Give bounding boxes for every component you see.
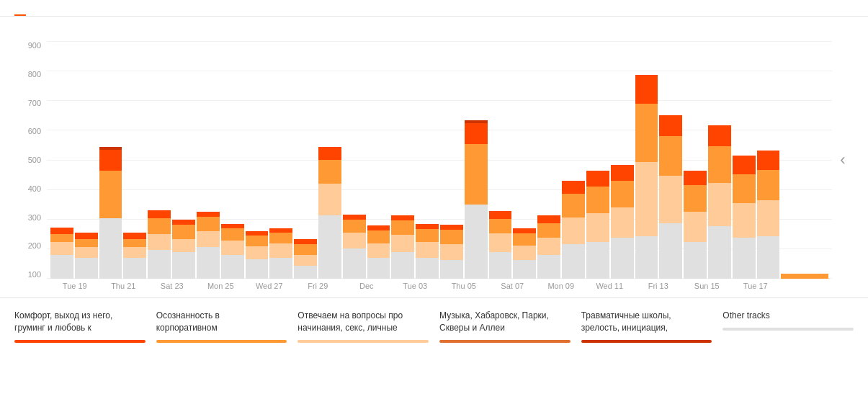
bar-segment <box>635 162 658 236</box>
bar-segment <box>611 165 634 181</box>
bar-group-6 <box>343 215 390 279</box>
bar-segment <box>611 207 634 238</box>
nav-prev[interactable]: ‹ <box>832 41 854 279</box>
bar-segment <box>148 250 171 279</box>
bar-stack[interactable] <box>465 120 488 279</box>
legend-item-4: Музыка, Хабаровск, Парки,Скверы и Аллеи <box>439 310 581 343</box>
bar-segment <box>221 255 244 279</box>
x-label-1: Thu 21 <box>99 282 148 290</box>
bar-segment <box>246 236 269 246</box>
bar-segment <box>367 230 390 243</box>
bar-stack[interactable] <box>757 151 780 279</box>
y-axis: 900 800 700 600 500 400 300 200 100 <box>14 41 47 279</box>
bar-stack[interactable] <box>75 233 98 279</box>
bar-segment <box>343 215 366 220</box>
bar-stack[interactable] <box>733 156 756 279</box>
bar-segment <box>99 171 122 218</box>
bar-stack[interactable] <box>123 233 146 279</box>
bar-stack[interactable] <box>489 211 512 279</box>
prev-arrow[interactable]: ‹ <box>840 151 845 169</box>
bar-stack[interactable] <box>318 147 341 279</box>
tabs-container <box>0 0 868 17</box>
x-label-8: Thu 05 <box>439 282 488 290</box>
tab-bar <box>0 0 868 17</box>
bar-segment <box>367 225 390 230</box>
y-label-200: 200 <box>28 241 41 250</box>
bar-segment <box>513 246 536 260</box>
tab-comments[interactable] <box>66 0 78 16</box>
bar-segment <box>416 242 439 258</box>
bar-segment <box>684 185 707 212</box>
bar-segment <box>75 247 98 258</box>
bar-stack[interactable] <box>294 239 317 279</box>
bar-stack[interactable] <box>343 215 366 279</box>
bar-stack[interactable] <box>708 125 731 279</box>
bar-stack[interactable] <box>391 215 414 279</box>
bar-segment <box>246 259 269 279</box>
tab-plays[interactable] <box>14 0 26 16</box>
legend-bar-3 <box>297 340 429 343</box>
bar-stack[interactable] <box>246 231 269 279</box>
bar-stack[interactable] <box>537 215 560 279</box>
bar-stack[interactable] <box>148 210 171 279</box>
bar-segment <box>635 75 658 104</box>
tab-reposts[interactable] <box>49 0 61 16</box>
bar-stack[interactable] <box>50 228 73 279</box>
legend-bar-2 <box>156 340 287 343</box>
bar-stack[interactable] <box>416 224 439 279</box>
bar-segment <box>269 233 292 243</box>
bar-group-14 <box>733 151 780 279</box>
tab-likes[interactable] <box>32 0 43 16</box>
legend-title-3: Отвечаем на вопросы проначинания, секс, … <box>297 310 429 334</box>
bar-segment <box>123 233 146 239</box>
bar-segment <box>586 242 609 279</box>
legend-bar-6 <box>722 328 854 331</box>
bar-group-8 <box>440 120 488 279</box>
bar-stack[interactable] <box>99 147 122 279</box>
y-label-800: 800 <box>28 70 41 79</box>
legend-title-5: Травматичные школы,зрелость, инициация, <box>581 310 712 334</box>
legend-item-1: Комфорт, выход из него,груминг и любовь … <box>14 310 156 343</box>
bar-stack[interactable] <box>440 225 463 279</box>
bar-segment <box>123 247 146 258</box>
legend-title-6: Other tracks <box>722 310 854 322</box>
stats-header <box>0 17 868 34</box>
bar-segment <box>586 187 609 213</box>
bar-stack[interactable] <box>221 224 244 279</box>
bar-segment <box>343 220 366 233</box>
bar-segment <box>99 218 122 279</box>
bar-stack[interactable] <box>611 165 634 279</box>
bar-segment <box>513 228 536 233</box>
legend-title-1: Комфорт, выход из него,груминг и любовь … <box>14 310 146 334</box>
bar-group-7 <box>391 215 439 279</box>
legend-bar-5 <box>581 340 712 343</box>
bar-stack[interactable] <box>781 274 828 279</box>
tab-downloads[interactable] <box>84 0 95 16</box>
bar-segment <box>318 184 341 215</box>
bar-stack[interactable] <box>197 212 220 279</box>
bar-stack[interactable] <box>269 228 292 279</box>
bar-segment <box>733 238 756 279</box>
x-label-3: Mon 25 <box>197 282 246 290</box>
bar-stack[interactable] <box>659 115 682 279</box>
bar-stack[interactable] <box>586 171 609 279</box>
legend-item-6: Other tracks <box>722 310 854 343</box>
bar-stack[interactable] <box>172 220 195 279</box>
bar-segment <box>489 219 512 233</box>
bar-segment <box>197 212 220 217</box>
bar-group-10 <box>537 181 585 279</box>
bar-group-0 <box>50 228 98 279</box>
bar-segment <box>75 233 98 239</box>
bar-stack[interactable] <box>367 225 390 279</box>
x-label-12: Fri 13 <box>634 282 683 290</box>
bar-segment <box>562 244 585 279</box>
bar-segment <box>50 234 73 242</box>
bar-segment <box>708 226 731 279</box>
bar-stack[interactable] <box>513 228 536 279</box>
legend-bar-1 <box>14 340 146 343</box>
bar-stack[interactable] <box>635 75 658 279</box>
bar-stack[interactable] <box>562 181 585 279</box>
bar-segment <box>367 258 390 279</box>
bar-stack[interactable] <box>684 171 707 279</box>
bar-segment <box>440 225 463 230</box>
